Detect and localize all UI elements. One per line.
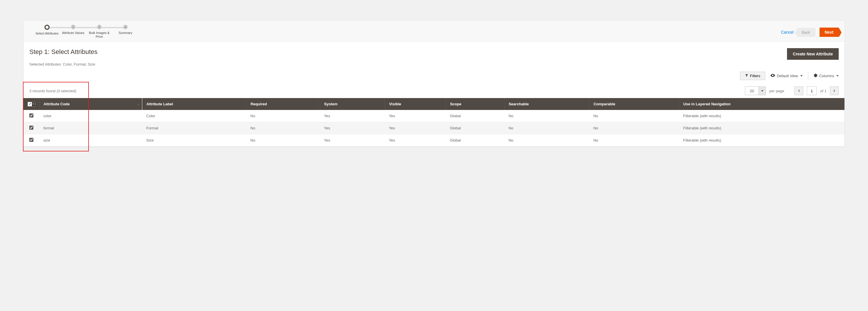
- cell-scope: Global: [446, 122, 504, 134]
- header-system[interactable]: System: [320, 98, 385, 110]
- step-title: Step 1: Select Attributes: [29, 48, 97, 56]
- cell-searchable: No: [504, 134, 589, 146]
- grid-header-row: ✓ ▾ Attribute Code ↓ Attribute Label Req…: [24, 98, 844, 110]
- filters-button[interactable]: Filters: [740, 72, 765, 80]
- header-attribute-code[interactable]: Attribute Code ↓: [39, 98, 142, 110]
- step-1-label: Select Attributes: [35, 32, 59, 35]
- cell-layered-nav: Filterable (with results): [679, 122, 844, 134]
- eye-icon: [771, 74, 775, 78]
- step-1-dot: [44, 25, 50, 30]
- header-layered-nav[interactable]: Use in Layered Navigation: [679, 98, 844, 110]
- check-icon: ✓: [28, 102, 32, 106]
- cell-searchable: No: [504, 122, 589, 134]
- cell-layered-nav: Filterable (with results): [679, 134, 844, 146]
- cell-attribute-label: Color: [142, 110, 246, 122]
- header-scope[interactable]: Scope: [446, 98, 504, 110]
- columns-label: Columns: [819, 74, 834, 78]
- row-checkbox[interactable]: [29, 113, 33, 117]
- step-3-label: Bulk Images & Price: [88, 31, 111, 39]
- cell-required: No: [246, 110, 320, 122]
- next-page-button[interactable]: [830, 87, 839, 95]
- step-1[interactable]: Select Attributes: [34, 25, 60, 35]
- next-button[interactable]: Next: [819, 28, 839, 37]
- chevron-down-icon: ▾: [32, 102, 35, 106]
- step-3-dot: 3: [97, 25, 102, 29]
- step-4-dot: 4: [123, 25, 128, 29]
- step-2-label: Attribute Values: [62, 31, 85, 35]
- cell-visible: Yes: [385, 122, 446, 134]
- table-row[interactable]: formatFormatNoYesYesGlobalNoNoFilterable…: [24, 122, 844, 134]
- records-row: 3 records found (3 selected) per page of…: [24, 82, 844, 98]
- back-button[interactable]: Back: [798, 28, 815, 37]
- header-comparable[interactable]: Comparable: [589, 98, 679, 110]
- wizard-panel: Select Attributes 2 Attribute Values 3 B…: [23, 20, 845, 147]
- header-select-all[interactable]: ✓ ▾: [24, 98, 39, 110]
- funnel-icon: [745, 74, 748, 78]
- select-all-checkbox[interactable]: ✓ ▾: [28, 102, 35, 106]
- chevron-down-icon: [761, 90, 764, 92]
- page-size-input[interactable]: [745, 87, 758, 95]
- header-searchable[interactable]: Searchable: [504, 98, 589, 110]
- wizard-actions: Cancel Back Next: [781, 28, 839, 37]
- cell-attribute-code: size: [39, 134, 142, 146]
- step-2-dot: 2: [71, 25, 75, 29]
- header-attribute-label[interactable]: Attribute Label: [142, 98, 246, 110]
- page-of-label: of 1: [820, 89, 827, 93]
- cell-attribute-code: color: [39, 110, 142, 122]
- header-required[interactable]: Required: [246, 98, 320, 110]
- cell-searchable: No: [504, 110, 589, 122]
- cell-visible: Yes: [385, 110, 446, 122]
- cell-visible: Yes: [385, 134, 446, 146]
- table-row[interactable]: colorColorNoYesYesGlobalNoNoFilterable (…: [24, 110, 844, 122]
- wizard-steps: Select Attributes 2 Attribute Values 3 B…: [34, 25, 138, 39]
- chevron-down-icon: [836, 75, 839, 77]
- default-view-dropdown[interactable]: Default View: [771, 74, 803, 78]
- chevron-down-icon: [800, 75, 803, 77]
- grid-toolbar: Filters Default View Columns: [24, 68, 844, 82]
- step-4[interactable]: 4 Summary: [112, 25, 138, 35]
- selected-attributes-text: Selected Attributes: Color, Format, Size: [24, 62, 844, 68]
- table-row[interactable]: sizeSizeNoYesYesGlobalNoNoFilterable (wi…: [24, 134, 844, 146]
- sort-descending-icon: ↓: [137, 102, 140, 106]
- cell-comparable: No: [589, 110, 679, 122]
- chevron-right-icon: [833, 89, 836, 92]
- cell-comparable: No: [589, 122, 679, 134]
- wizard-topbar: Select Attributes 2 Attribute Values 3 B…: [24, 21, 844, 42]
- cell-layered-nav: Filterable (with results): [679, 110, 844, 122]
- page-size-selector[interactable]: [745, 87, 766, 95]
- step-2[interactable]: 2 Attribute Values: [60, 25, 86, 35]
- cell-system: Yes: [320, 122, 385, 134]
- toolbar-separator: [808, 72, 808, 80]
- columns-dropdown[interactable]: Columns: [813, 73, 839, 78]
- default-view-label: Default View: [777, 74, 798, 78]
- current-page-input[interactable]: [807, 87, 817, 95]
- cell-attribute-label: Size: [142, 134, 246, 146]
- cell-comparable: No: [589, 134, 679, 146]
- cell-scope: Global: [446, 110, 504, 122]
- records-found-text: 3 records found (3 selected): [29, 89, 76, 93]
- header-attribute-code-label: Attribute Code: [43, 102, 70, 106]
- cell-scope: Global: [446, 134, 504, 146]
- pagination: per page of 1: [745, 87, 839, 95]
- cell-required: No: [246, 122, 320, 134]
- row-checkbox[interactable]: [29, 126, 33, 130]
- attributes-grid: ✓ ▾ Attribute Code ↓ Attribute Label Req…: [24, 98, 844, 146]
- cell-system: Yes: [320, 110, 385, 122]
- cell-attribute-label: Format: [142, 122, 246, 134]
- page-size-dropdown-button[interactable]: [758, 87, 766, 95]
- cancel-link[interactable]: Cancel: [781, 30, 794, 35]
- per-page-label: per page: [769, 89, 784, 93]
- step-4-label: Summary: [119, 31, 132, 35]
- cell-system: Yes: [320, 134, 385, 146]
- cell-attribute-code: format: [39, 122, 142, 134]
- cell-required: No: [246, 134, 320, 146]
- chevron-left-icon: [798, 89, 800, 92]
- create-new-attribute-button[interactable]: Create New Attribute: [787, 48, 839, 60]
- title-row: Step 1: Select Attributes Create New Att…: [24, 42, 844, 62]
- row-checkbox[interactable]: [29, 138, 33, 142]
- filters-label: Filters: [750, 74, 760, 78]
- header-visible[interactable]: Visible: [385, 98, 446, 110]
- gear-icon: [813, 73, 817, 78]
- prev-page-button[interactable]: [795, 87, 803, 95]
